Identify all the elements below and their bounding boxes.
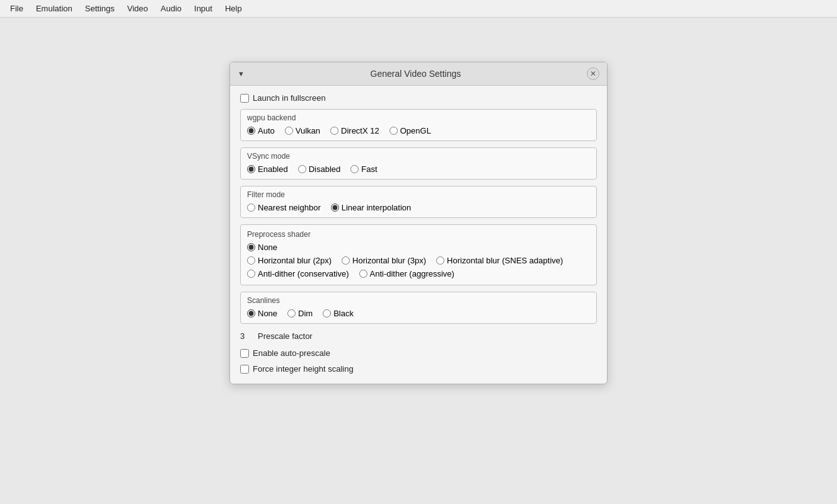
scanlines-dim-option[interactable]: Dim bbox=[287, 309, 313, 318]
wgpu-opengl-option[interactable]: OpenGL bbox=[390, 126, 431, 135]
preprocess-hblur-snes-option[interactable]: Horizontal blur (SNES adaptive) bbox=[436, 256, 563, 265]
filter-nearest-label: Nearest neighbor bbox=[258, 203, 321, 212]
main-area: ▼ General Video Settings ✕ Launch in ful… bbox=[0, 18, 837, 504]
preprocess-shader-title: Preprocess shader bbox=[247, 230, 590, 239]
preprocess-row3: Anti-dither (conservative) Anti-dither (… bbox=[247, 269, 590, 278]
wgpu-auto-option[interactable]: Auto bbox=[247, 126, 275, 135]
preprocess-hblur3-label: Horizontal blur (3px) bbox=[352, 256, 426, 265]
preprocess-none-option[interactable]: None bbox=[247, 243, 277, 252]
preprocess-hblur3-option[interactable]: Horizontal blur (3px) bbox=[342, 256, 426, 265]
launch-fullscreen-row: Launch in fullscreen bbox=[240, 93, 597, 103]
dialog-title-center: General Video Settings bbox=[245, 69, 587, 79]
menu-video[interactable]: Video bbox=[122, 3, 153, 14]
vsync-enabled-radio[interactable] bbox=[247, 165, 255, 173]
vsync-fast-label: Fast bbox=[361, 164, 377, 174]
menu-emulation[interactable]: Emulation bbox=[31, 3, 78, 14]
preprocess-none-label: None bbox=[258, 243, 277, 252]
prescale-value: 3 bbox=[240, 331, 253, 341]
menu-help[interactable]: Help bbox=[220, 3, 247, 14]
wgpu-dx12-label: DirectX 12 bbox=[341, 126, 379, 135]
filter-mode-options: Nearest neighbor Linear interpolation bbox=[247, 203, 590, 212]
wgpu-dx12-option[interactable]: DirectX 12 bbox=[330, 126, 379, 135]
vsync-enabled-label: Enabled bbox=[258, 164, 288, 174]
preprocess-antidither-aggr-option[interactable]: Anti-dither (aggressive) bbox=[359, 269, 454, 278]
vsync-enabled-option[interactable]: Enabled bbox=[247, 164, 288, 174]
auto-prescale-label[interactable]: Enable auto-prescale bbox=[253, 348, 330, 358]
prescale-factor-row: 3 Prescale factor bbox=[240, 330, 597, 342]
vsync-fast-radio[interactable] bbox=[350, 165, 359, 173]
menubar: File Emulation Settings Video Audio Inpu… bbox=[0, 0, 837, 18]
launch-fullscreen-label[interactable]: Launch in fullscreen bbox=[253, 93, 326, 103]
scanlines-black-radio[interactable] bbox=[323, 309, 331, 318]
preprocess-hblur-snes-radio[interactable] bbox=[436, 256, 444, 265]
dialog-close-button[interactable]: ✕ bbox=[587, 67, 599, 80]
preprocess-antidither-aggr-radio[interactable] bbox=[359, 270, 367, 278]
vsync-title: VSync mode bbox=[247, 152, 590, 161]
filter-linear-option[interactable]: Linear interpolation bbox=[331, 203, 412, 212]
menu-file[interactable]: File bbox=[5, 3, 28, 14]
wgpu-opengl-label: OpenGL bbox=[400, 126, 431, 135]
wgpu-vulkan-label: Vulkan bbox=[296, 126, 320, 135]
filter-linear-radio[interactable] bbox=[331, 203, 339, 212]
vsync-fast-option[interactable]: Fast bbox=[350, 164, 377, 174]
filter-mode-title: Filter mode bbox=[247, 190, 590, 199]
menu-audio[interactable]: Audio bbox=[156, 3, 187, 14]
scanlines-group: Scanlines None Dim Black bbox=[240, 292, 597, 324]
auto-prescale-checkbox[interactable] bbox=[240, 349, 249, 358]
preprocess-antidither-aggr-label: Anti-dither (aggressive) bbox=[370, 269, 454, 278]
scanlines-none-label: None bbox=[258, 309, 277, 318]
dialog-general-video-settings: ▼ General Video Settings ✕ Launch in ful… bbox=[229, 62, 608, 384]
vsync-disabled-label: Disabled bbox=[309, 164, 341, 174]
dialog-title-text: General Video Settings bbox=[371, 69, 461, 79]
wgpu-vulkan-option[interactable]: Vulkan bbox=[285, 126, 320, 135]
filter-linear-label: Linear interpolation bbox=[342, 203, 412, 212]
scanlines-dim-label: Dim bbox=[298, 309, 313, 318]
dialog-title-bar: ▼ General Video Settings ✕ bbox=[230, 62, 607, 86]
preprocess-row1: None bbox=[247, 243, 590, 252]
preprocess-shader-options: None Horizontal blur (2px) Horizontal bl… bbox=[247, 243, 590, 278]
wgpu-opengl-radio[interactable] bbox=[390, 127, 398, 135]
scanlines-dim-radio[interactable] bbox=[287, 309, 296, 318]
dialog-body: Launch in fullscreen wgpu backend Auto V… bbox=[230, 86, 607, 384]
preprocess-hblur-snes-label: Horizontal blur (SNES adaptive) bbox=[447, 256, 563, 265]
wgpu-dx12-radio[interactable] bbox=[330, 127, 338, 135]
preprocess-hblur2-radio[interactable] bbox=[247, 256, 255, 265]
scanlines-none-radio[interactable] bbox=[247, 309, 255, 318]
menu-input[interactable]: Input bbox=[189, 3, 217, 14]
preprocess-antidither-cons-option[interactable]: Anti-dither (conservative) bbox=[247, 269, 349, 278]
menu-settings[interactable]: Settings bbox=[80, 3, 120, 14]
scanlines-black-label: Black bbox=[333, 309, 354, 318]
preprocess-hblur2-option[interactable]: Horizontal blur (2px) bbox=[247, 256, 332, 265]
vsync-options: Enabled Disabled Fast bbox=[247, 164, 590, 174]
preprocess-antidither-cons-radio[interactable] bbox=[247, 270, 255, 278]
preprocess-shader-group: Preprocess shader None Horizontal blur bbox=[240, 224, 597, 285]
preprocess-hblur3-radio[interactable] bbox=[342, 256, 350, 265]
filter-nearest-option[interactable]: Nearest neighbor bbox=[247, 203, 321, 212]
prescale-label: Prescale factor bbox=[258, 331, 313, 341]
preprocess-antidither-cons-label: Anti-dither (conservative) bbox=[258, 269, 349, 278]
wgpu-backend-title: wgpu backend bbox=[247, 113, 590, 122]
scanlines-options: None Dim Black bbox=[247, 309, 590, 318]
force-integer-height-label[interactable]: Force integer height scaling bbox=[253, 364, 354, 374]
launch-fullscreen-checkbox[interactable] bbox=[240, 94, 249, 103]
preprocess-hblur2-label: Horizontal blur (2px) bbox=[258, 256, 332, 265]
wgpu-auto-label: Auto bbox=[258, 126, 275, 135]
scanlines-black-option[interactable]: Black bbox=[323, 309, 354, 318]
preprocess-row2: Horizontal blur (2px) Horizontal blur (3… bbox=[247, 256, 590, 265]
scanlines-none-option[interactable]: None bbox=[247, 309, 277, 318]
wgpu-backend-options: Auto Vulkan DirectX 12 OpenGL bbox=[247, 126, 590, 135]
preprocess-none-radio[interactable] bbox=[247, 243, 255, 251]
dialog-collapse-icon[interactable]: ▼ bbox=[238, 70, 245, 77]
wgpu-backend-group: wgpu backend Auto Vulkan DirectX 12 bbox=[240, 109, 597, 141]
filter-nearest-radio[interactable] bbox=[247, 203, 255, 212]
force-integer-height-row: Force integer height scaling bbox=[240, 364, 597, 374]
vsync-group: VSync mode Enabled Disabled Fast bbox=[240, 147, 597, 180]
wgpu-vulkan-radio[interactable] bbox=[285, 127, 293, 135]
filter-mode-group: Filter mode Nearest neighbor Linear inte… bbox=[240, 186, 597, 218]
wgpu-auto-radio[interactable] bbox=[247, 127, 255, 135]
scanlines-title: Scanlines bbox=[247, 296, 590, 305]
force-integer-height-checkbox[interactable] bbox=[240, 365, 249, 374]
vsync-disabled-option[interactable]: Disabled bbox=[298, 164, 341, 174]
vsync-disabled-radio[interactable] bbox=[298, 165, 306, 173]
auto-prescale-row: Enable auto-prescale bbox=[240, 348, 597, 358]
